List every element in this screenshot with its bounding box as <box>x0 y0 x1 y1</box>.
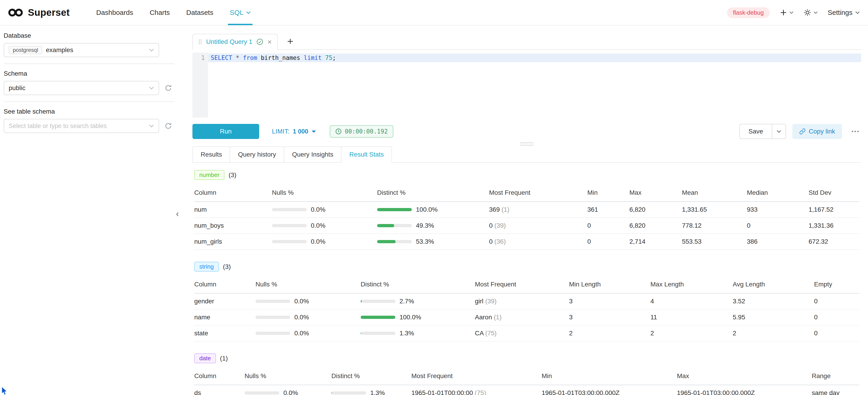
limit-dropdown[interactable]: LIMIT: 1 000 <box>272 128 316 135</box>
stat-value: 2 <box>569 325 650 341</box>
table-select[interactable]: Select table or type to search tables <box>4 119 159 133</box>
stats-row: ds0.0%1.3%1965-01-01T00:00:00 (75)1965-0… <box>194 385 859 395</box>
column-count: (3) <box>223 263 231 270</box>
stats-row: gender0.0%2.7%girl (39)343.520 <box>194 293 859 309</box>
more-options-button[interactable] <box>849 128 861 134</box>
stat-value: 0 <box>814 325 859 341</box>
column-count: (3) <box>228 172 236 179</box>
navbar: Superset Dashboards Charts Datasets SQL … <box>0 0 868 26</box>
distinct-progress-bar <box>361 332 395 335</box>
column-count: (1) <box>220 355 228 362</box>
save-options-button[interactable] <box>772 124 786 139</box>
link-icon <box>799 128 806 134</box>
chevron-down-icon <box>149 124 154 127</box>
nulls-progress-bar <box>272 224 307 227</box>
tab-query-insights[interactable]: Query Insights <box>284 146 342 163</box>
stat-value: 11 <box>650 309 733 325</box>
column-header: Median <box>747 185 809 202</box>
schema-select[interactable]: public <box>4 81 159 95</box>
distinct-progress-bar <box>377 240 412 243</box>
stats-row: state0.0%1.3%CA (75)2220 <box>194 325 859 341</box>
results-tab-bar: Results Query history Query Insights Res… <box>192 146 861 163</box>
stats-row: num_girls0.0%53.3%0 (36)02,714553.533866… <box>194 234 859 250</box>
sql-editor[interactable]: 1 SELECT * from birth_names limit 75; <box>192 53 861 118</box>
column-header: Most Frequent <box>475 277 569 293</box>
stat-value: num_girls <box>194 234 272 250</box>
nav-label: Dashboards <box>96 9 133 17</box>
stat-value: gender <box>194 293 255 309</box>
sun-icon <box>804 9 811 17</box>
stat-value: 933 <box>747 202 809 218</box>
tab-query-history[interactable]: Query history <box>230 146 284 163</box>
column-header: Std Dev <box>809 185 859 202</box>
stat-value: 0 <box>814 309 859 325</box>
refresh-icon <box>164 84 172 92</box>
stat-value: 672.32 <box>809 234 859 250</box>
nav-label: SQL <box>230 9 243 17</box>
nulls-cell: 0.0% <box>255 325 361 341</box>
line-number: 1 <box>192 54 205 62</box>
superset-infinity-icon <box>7 7 24 18</box>
nulls-progress-bar <box>255 332 290 335</box>
column-header: Distinct % <box>331 369 411 385</box>
most-frequent-cell: girl (39) <box>475 293 569 309</box>
stat-value: num <box>194 202 272 218</box>
editor-toolbar: Run LIMIT: 1 000 00:00:00.192 Save <box>192 124 861 139</box>
new-tab-button[interactable] <box>285 36 296 47</box>
copy-link-label: Copy link <box>809 128 835 135</box>
tab-results[interactable]: Results <box>192 146 230 163</box>
refresh-icon <box>164 122 172 130</box>
type-badge-date: date <box>194 354 216 363</box>
most-frequent-cell: 1965-01-01T00:00:00 (75) <box>411 385 541 395</box>
nulls-progress-bar <box>272 208 307 211</box>
superset-logo[interactable]: Superset <box>7 0 70 25</box>
nulls-cell: 0.0% <box>272 202 377 218</box>
query-tab-title: Untitled Query 1 <box>206 38 252 45</box>
most-frequent-cell: 0 (39) <box>489 218 587 234</box>
settings-menu[interactable]: Settings <box>828 9 860 17</box>
nulls-progress-bar <box>255 316 290 319</box>
nav-item-dashboards[interactable]: Dashboards <box>88 0 142 25</box>
stat-value: 361 <box>587 202 629 218</box>
database-select[interactable]: postgresql examples <box>4 43 159 57</box>
column-header: Column <box>194 369 245 385</box>
theme-menu[interactable] <box>804 9 818 17</box>
editor-code-area[interactable]: SELECT * from birth_names limit 75; <box>208 53 861 118</box>
chevron-down-icon <box>777 130 781 133</box>
close-tab-icon[interactable]: × <box>268 38 272 45</box>
query-tab[interactable]: Untitled Query 1 × <box>192 34 278 50</box>
column-header: Column <box>194 277 255 293</box>
stat-value: 0 <box>587 218 629 234</box>
database-label: Database <box>4 32 178 39</box>
save-query-button[interactable]: Save <box>739 124 772 139</box>
refresh-tables-button[interactable] <box>164 121 173 130</box>
nav-item-datasets[interactable]: Datasets <box>178 0 221 25</box>
pane-resize-handle[interactable] <box>192 143 861 145</box>
nulls-progress-bar <box>245 391 279 395</box>
brand-name: Superset <box>28 7 70 18</box>
nulls-cell: 0.0% <box>255 293 361 309</box>
distinct-cell: 1.3% <box>331 385 411 395</box>
run-query-button[interactable]: Run <box>192 124 259 139</box>
distinct-cell: 1.3% <box>361 325 475 341</box>
stat-value: 3.52 <box>733 293 814 309</box>
refresh-schemas-button[interactable] <box>164 84 173 93</box>
type-badge-string: string <box>194 262 219 272</box>
type-badge-number: number <box>194 170 224 180</box>
limit-label: LIMIT: <box>272 128 289 135</box>
database-value: examples <box>46 47 73 54</box>
collapse-sidebar-handle[interactable]: ‹ <box>174 208 181 220</box>
stat-value: num_boys <box>194 218 272 234</box>
tab-result-stats[interactable]: Result Stats <box>341 146 392 163</box>
stat-value: 6,820 <box>629 218 682 234</box>
stat-value: 3 <box>569 293 650 309</box>
nulls-cell: 0.0% <box>272 218 377 234</box>
query-success-icon <box>256 38 263 45</box>
new-item-menu[interactable] <box>780 9 794 16</box>
nav-label: Charts <box>150 9 170 17</box>
nav-item-charts[interactable]: Charts <box>142 0 178 25</box>
nav-item-sql[interactable]: SQL <box>221 0 259 25</box>
stats-table-date: ColumnNulls %Distinct %Most FrequentMinM… <box>194 369 859 395</box>
drag-handle-icon[interactable] <box>198 39 202 45</box>
copy-link-button[interactable]: Copy link <box>792 124 842 139</box>
